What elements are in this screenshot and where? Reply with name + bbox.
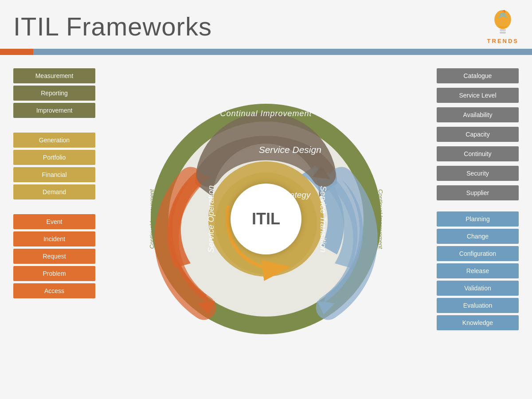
request-button[interactable]: Request bbox=[13, 249, 95, 264]
continuity-button[interactable]: Continuity bbox=[437, 146, 519, 161]
main-content: Measurement Reporting Improvement Genera… bbox=[0, 55, 532, 383]
csi-group: Measurement Reporting Improvement bbox=[13, 68, 102, 120]
operation-group: Event Incident Request Problem Access bbox=[13, 214, 102, 301]
color-bar-blue bbox=[33, 49, 532, 55]
page-title: ITIL Frameworks bbox=[13, 12, 212, 41]
demand-button[interactable]: Demand bbox=[13, 184, 95, 200]
svg-rect-1 bbox=[500, 29, 506, 31]
validation-button[interactable]: Validation bbox=[437, 281, 519, 296]
service-operation-label: Service Operation bbox=[206, 185, 216, 253]
incident-button[interactable]: Incident bbox=[13, 231, 95, 246]
continual-improvement-top: Continual Improvement bbox=[220, 109, 312, 118]
portfolio-button[interactable]: Portfolio bbox=[13, 150, 95, 165]
continual-improvement-right: Continual Improvement bbox=[377, 189, 383, 249]
service-design-label: Service Design bbox=[259, 145, 321, 155]
color-bar bbox=[0, 49, 532, 55]
reporting-button[interactable]: Reporting bbox=[13, 86, 95, 101]
release-button[interactable]: Release bbox=[437, 263, 519, 278]
capacity-button[interactable]: Capacity bbox=[437, 127, 519, 142]
evaluation-button[interactable]: Evaluation bbox=[437, 298, 519, 313]
continual-improvement-left: Continual Improvement bbox=[149, 189, 155, 249]
itil-center-label: ITIL bbox=[252, 210, 280, 228]
configuration-button[interactable]: Configuration bbox=[437, 246, 519, 261]
measurement-button[interactable]: Measurement bbox=[13, 68, 95, 83]
itil-center-circle: ITIL bbox=[231, 184, 301, 254]
center-diagram: Continual Improvement bbox=[102, 64, 430, 374]
access-button[interactable]: Access bbox=[13, 283, 95, 298]
planning-button[interactable]: Planning bbox=[437, 211, 519, 227]
service-level-button[interactable]: Service Level bbox=[437, 88, 519, 103]
trends-logo-icon bbox=[489, 8, 516, 37]
strategy-group: Generation Portfolio Financial Demand bbox=[13, 133, 102, 202]
change-button[interactable]: Change bbox=[437, 229, 519, 244]
service-transition-label: Service Transition bbox=[319, 186, 329, 253]
svg-rect-2 bbox=[500, 32, 506, 34]
supplier-button[interactable]: Supplier bbox=[437, 185, 519, 200]
improvement-button[interactable]: Improvement bbox=[13, 103, 95, 118]
knowledge-button[interactable]: Knowledge bbox=[437, 315, 519, 330]
event-button[interactable]: Event bbox=[13, 214, 95, 229]
availability-button[interactable]: Availability bbox=[437, 107, 519, 122]
generation-button[interactable]: Generation bbox=[13, 133, 95, 148]
header: ITIL Frameworks TRENDS bbox=[0, 0, 532, 49]
logo-area: TRENDS bbox=[487, 8, 519, 44]
financial-button[interactable]: Financial bbox=[13, 167, 95, 182]
logo-label: TRENDS bbox=[487, 38, 519, 44]
security-button[interactable]: Security bbox=[437, 166, 519, 181]
right-sidebar: Catalogue Service Level Availability Cap… bbox=[430, 64, 519, 374]
itil-diagram: Continual Improvement bbox=[151, 104, 381, 334]
catalogue-button[interactable]: Catalogue bbox=[437, 68, 519, 83]
color-bar-orange bbox=[0, 49, 33, 55]
problem-button[interactable]: Problem bbox=[13, 266, 95, 281]
left-sidebar: Measurement Reporting Improvement Genera… bbox=[13, 64, 102, 374]
